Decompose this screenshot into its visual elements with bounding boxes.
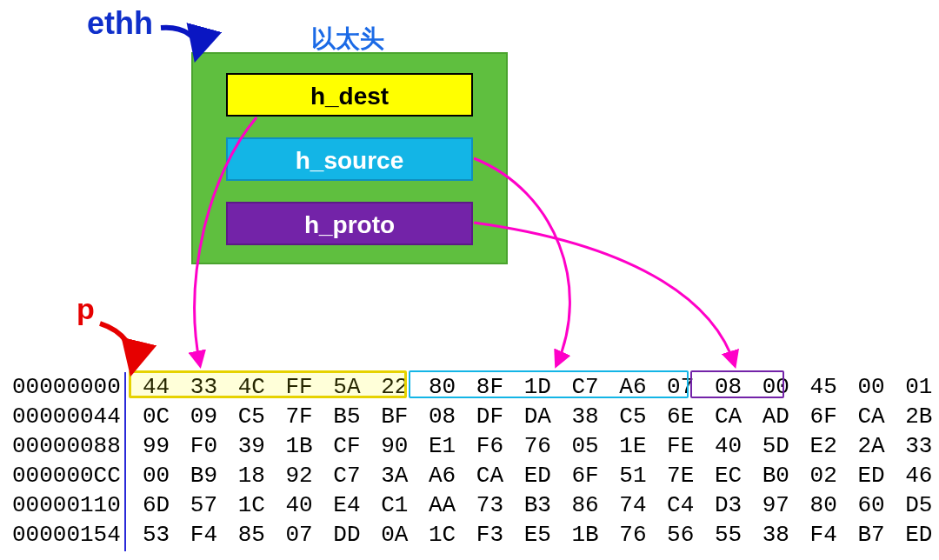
hex-offset: 00000088 <box>12 431 123 461</box>
field-h-proto: h_proto <box>226 202 473 245</box>
hex-row: 000001106D 57 1C 40 E4 C1 AA 73 B3 86 74… <box>12 490 936 520</box>
hex-row: 0000008899 F0 39 1B CF 90 E1 F6 76 05 1E… <box>12 431 936 461</box>
hex-offset: 00000110 <box>12 490 123 520</box>
field-h-dest: h_dest <box>226 73 473 117</box>
hex-offset: 000000CC <box>12 461 123 490</box>
hex-row: 000000CC00 B9 18 92 C7 3A A6 CA ED 6F 51… <box>12 461 936 490</box>
ethernet-header-title: 以太头 <box>311 23 384 56</box>
field-h-source: h_source <box>226 137 473 181</box>
hex-offset: 00000044 <box>12 402 123 431</box>
hex-offset: 00000154 <box>12 520 123 550</box>
ethh-pointer-label: ethh <box>87 5 153 42</box>
hex-dump: 0000000044 33 4C FF 5A 22 80 8F 1D C7 A6… <box>12 372 936 550</box>
arrow-p-to-hex <box>100 323 133 370</box>
highlight-h-proto <box>690 370 784 398</box>
highlight-h-source <box>409 370 689 398</box>
highlight-h-dest <box>129 370 407 398</box>
hex-offset: 00000000 <box>12 372 123 402</box>
ethernet-header-struct: h_dest h_source h_proto <box>191 52 508 264</box>
p-pointer-label: p <box>77 292 95 326</box>
hex-row: 000000440C 09 C5 7F B5 BF 08 DF DA 38 C5… <box>12 402 936 431</box>
hex-row: 0000015453 F4 85 07 DD 0A 1C F3 E5 1B 76… <box>12 520 936 550</box>
arrow-proto-to-bytes <box>474 223 735 365</box>
